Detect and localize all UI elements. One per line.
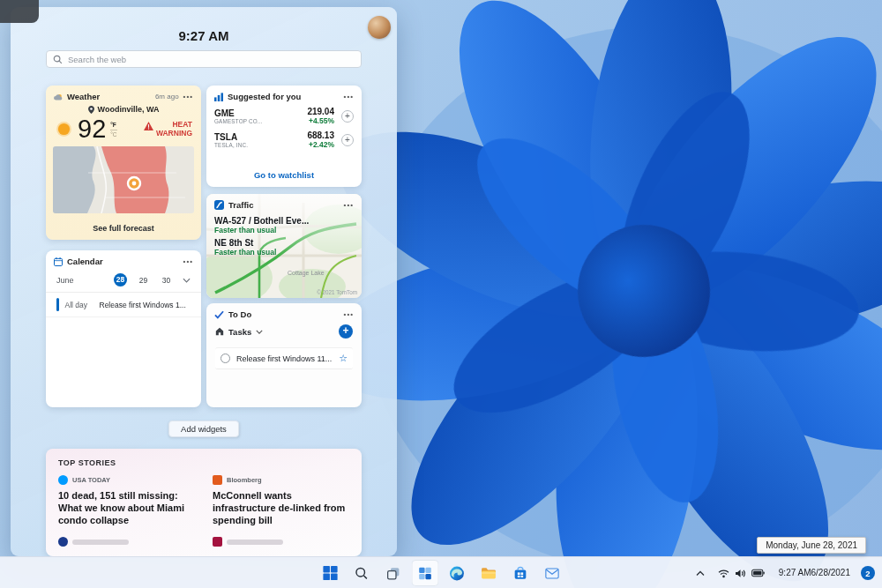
event-time: All day <box>65 301 93 309</box>
todo-widget-icon <box>214 310 224 319</box>
weather-alert-map[interactable] <box>53 146 194 213</box>
stock-company: GAMESTOP CO... <box>214 118 278 124</box>
mail-button[interactable] <box>539 560 566 586</box>
file-explorer-button[interactable] <box>475 560 503 586</box>
network-volume-battery-button[interactable] <box>712 564 771 583</box>
start-button[interactable] <box>317 560 344 586</box>
temperature-value: 92 <box>78 116 106 142</box>
user-avatar[interactable] <box>368 16 391 39</box>
unit-fahrenheit[interactable]: °F <box>110 122 116 130</box>
chevron-down-icon[interactable] <box>256 330 263 334</box>
sun-icon <box>55 120 73 138</box>
traffic-widget-icon <box>214 200 224 210</box>
add-to-watchlist-button[interactable]: + <box>341 110 354 123</box>
star-icon[interactable]: ☆ <box>339 354 348 363</box>
taskbar: 9:27 AM 6/28/2021 2 <box>0 556 882 588</box>
top-stories-card[interactable]: TOP STORIES USA TODAY 10 dead, 151 still… <box>46 449 362 556</box>
edge-button[interactable] <box>444 560 471 586</box>
story-headline: 10 dead, 151 still missing: What we know… <box>58 489 195 526</box>
widgets-panel: 9:27 AM Weather 6m ago ••• Woodinville, … <box>11 7 397 556</box>
notification-count-badge[interactable]: 2 <box>861 566 875 580</box>
background-window-corner <box>0 0 39 23</box>
map-copyright: © 2021 TomTom <box>317 289 357 295</box>
stock-price: 688.13 <box>307 130 334 140</box>
weather-updated: 6m ago <box>155 93 179 100</box>
chevron-down-icon[interactable] <box>183 278 191 283</box>
calendar-widget[interactable]: Calendar ••• June 28 29 30 All day Relea… <box>46 250 201 407</box>
calendar-day-30[interactable]: 30 <box>160 276 173 285</box>
search-icon <box>53 55 63 64</box>
todo-task-item[interactable]: Release first Windows 11... ☆ <box>215 347 353 369</box>
unit-celsius[interactable]: °C <box>110 130 116 138</box>
mail-icon <box>544 565 561 582</box>
taskbar-search-button[interactable] <box>348 560 376 586</box>
battery-icon <box>751 569 765 577</box>
search-input[interactable] <box>68 55 355 64</box>
add-to-watchlist-button[interactable]: + <box>341 134 354 146</box>
top-stories-header: TOP STORIES <box>58 458 349 467</box>
search-icon <box>355 566 370 581</box>
traffic-status-2: Faster than usual <box>214 248 309 257</box>
panel-clock: 9:27 AM <box>11 28 397 43</box>
chevron-up-icon <box>696 570 705 577</box>
calendar-day-28[interactable]: 28 <box>114 273 127 287</box>
add-task-button[interactable]: + <box>339 324 353 339</box>
stocks-title: Suggested for you <box>228 92 301 101</box>
heat-warning-line2: WARNING <box>156 129 192 138</box>
news-story[interactable]: USA TODAY 10 dead, 151 still missing: Wh… <box>58 475 195 526</box>
more-options-icon[interactable]: ••• <box>344 312 354 317</box>
calendar-month: June <box>56 276 74 285</box>
clock-and-date[interactable]: 9:27 AM 6/28/2021 <box>774 566 856 581</box>
widgets-button[interactable] <box>412 560 439 586</box>
stocks-widget[interactable]: Suggested for you ••• GME GAMESTOP CO...… <box>206 86 362 187</box>
news-story[interactable]: Bloomberg McConnell wants infrastructure… <box>213 475 349 526</box>
warning-triangle-icon <box>144 122 153 130</box>
calendar-widget-icon <box>54 257 63 266</box>
todo-list-selector[interactable]: Tasks <box>228 327 251 337</box>
clipped-story-logo-icon <box>58 537 68 547</box>
file-explorer-icon <box>481 565 497 582</box>
tray-time: 9:27 AM <box>779 568 811 579</box>
calendar-event[interactable]: All day Release first Windows 1... <box>46 293 201 317</box>
widgets-icon <box>418 566 433 581</box>
weather-footer-link[interactable]: See full forecast <box>46 220 201 240</box>
weather-widget[interactable]: Weather 6m ago ••• Woodinville, WA 92 °F… <box>46 86 201 240</box>
todo-widget[interactable]: To Do ••• Tasks + Release first Windows … <box>206 303 362 407</box>
show-hidden-icons-button[interactable] <box>691 567 709 580</box>
traffic-route-2: NE 8th St <box>214 238 309 248</box>
stock-row-tsla[interactable]: TSLA TESLA, INC. 688.13 +2.42% + <box>206 128 362 152</box>
weather-widget-icon <box>54 93 63 100</box>
calendar-day-29[interactable]: 29 <box>137 276 150 285</box>
traffic-route-1: WA-527 / Bothell Eve... <box>214 216 309 226</box>
go-to-watchlist-link[interactable]: Go to watchlist <box>206 166 362 187</box>
task-view-button[interactable] <box>380 560 407 586</box>
stock-company: TESLA, INC. <box>214 142 278 148</box>
clipped-story-logo-icon <box>213 537 222 547</box>
todo-title: To Do <box>228 309 251 319</box>
stock-symbol: GME <box>214 108 278 118</box>
edge-browser-icon <box>449 565 466 582</box>
unit-toggle[interactable]: °F °C <box>110 122 116 138</box>
heat-warning: HEAT WARNING <box>144 121 192 138</box>
web-search-bar[interactable] <box>46 50 362 68</box>
weather-location: Woodinville, WA <box>98 105 160 114</box>
date-tooltip: Monday, June 28, 2021 <box>757 537 866 554</box>
stocks-widget-icon <box>214 93 223 101</box>
traffic-status-1: Faster than usual <box>214 226 309 234</box>
more-options-icon[interactable]: ••• <box>344 94 354 100</box>
home-icon <box>215 327 224 336</box>
map-town-label: Cottage Lake <box>288 270 325 276</box>
stock-price: 219.04 <box>307 107 334 116</box>
more-options-icon[interactable]: ••• <box>183 94 193 100</box>
task-checkbox[interactable] <box>220 354 230 363</box>
task-view-icon <box>386 566 401 581</box>
traffic-widget[interactable]: Traffic ••• WA-527 / Bothell Eve... Fast… <box>206 194 362 298</box>
add-widgets-button[interactable]: Add widgets <box>168 421 239 437</box>
calendar-title: Calendar <box>67 257 103 266</box>
task-title: Release first Windows 11... <box>236 354 333 363</box>
stock-change: +4.55% <box>309 116 334 125</box>
microsoft-store-button[interactable] <box>507 560 534 586</box>
stock-row-gme[interactable]: GME GAMESTOP CO... 219.04 +4.55% + <box>206 104 362 128</box>
more-options-icon[interactable]: ••• <box>183 259 193 264</box>
more-options-icon[interactable]: ••• <box>344 203 354 208</box>
